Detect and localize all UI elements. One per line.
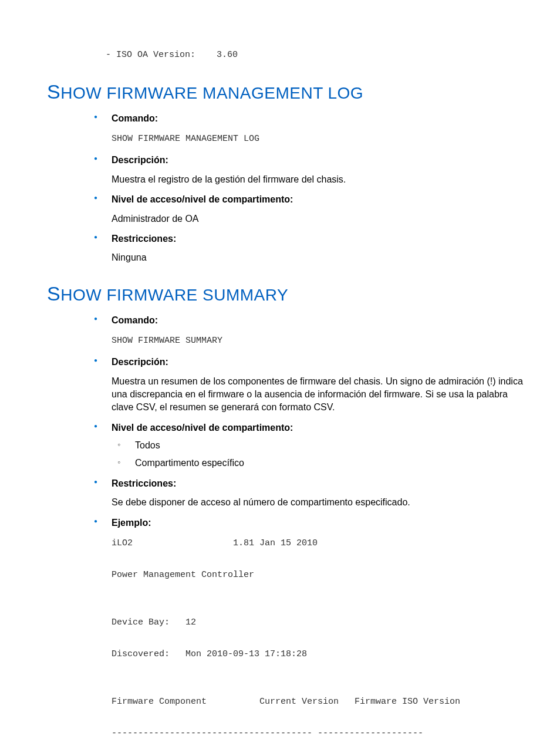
nivel-sub-compartimento: Compartimento específico — [112, 457, 525, 470]
section2-comando: Comando: SHOW FIRMWARE SUMMARY — [94, 314, 525, 349]
nivel-label: Nivel de acceso/nivel de compartimento: — [112, 423, 293, 433]
restricciones-value: Se debe disponer de acceso al número de … — [112, 496, 525, 509]
nivel-value: Administrador de OA — [112, 212, 525, 225]
section2-descripcion: Descripción: Muestra un resumen de los c… — [94, 356, 525, 414]
section1-comando: Comando: SHOW FIRMWARE MANAGEMENT LOG — [94, 112, 525, 147]
nivel-sublist: Todos Compartimento específico — [112, 439, 525, 470]
heading2-rest: HOW FIRMWARE SUMMARY — [60, 286, 288, 304]
nivel-label: Nivel de acceso/nivel de compartimento: — [112, 194, 293, 204]
page: - ISO OA Version: 3.60 SHOW FIRMWARE MAN… — [0, 0, 560, 746]
heading-show-firmware-summary: SHOW FIRMWARE SUMMARY — [47, 282, 525, 305]
ejemplo-block: iLO2 1.81 Jan 15 2010 Power Management C… — [112, 535, 525, 746]
heading1-first-letter: S — [47, 80, 60, 103]
section1-restricciones: Restricciones: Ninguna — [94, 232, 525, 265]
iso-oa-version-line: - ISO OA Version: 3.60 — [106, 47, 525, 63]
section2-nivel: Nivel de acceso/nivel de compartimento: … — [94, 421, 525, 470]
section2-ejemplo: Ejemplo: iLO2 1.81 Jan 15 2010 Power Man… — [94, 517, 525, 746]
comando-label: Comando: — [112, 315, 158, 325]
comando-value: SHOW FIRMWARE SUMMARY — [112, 333, 525, 349]
restricciones-label: Restricciones: — [112, 234, 176, 244]
section1-nivel: Nivel de acceso/nivel de compartimento: … — [94, 193, 525, 225]
nivel-sub-todos: Todos — [112, 439, 525, 452]
heading2-first-letter: S — [47, 282, 60, 305]
ejemplo-label: Ejemplo: — [112, 518, 151, 528]
section2-list: Comando: SHOW FIRMWARE SUMMARY Descripci… — [94, 314, 525, 746]
heading-show-firmware-management-log: SHOW FIRMWARE MANAGEMENT LOG — [47, 80, 525, 103]
descripcion-label: Descripción: — [112, 357, 168, 367]
descripcion-value: Muestra el registro de la gestión del fi… — [112, 173, 525, 186]
heading1-rest: HOW FIRMWARE MANAGEMENT LOG — [60, 84, 363, 102]
section2-restricciones: Restricciones: Se debe disponer de acces… — [94, 477, 525, 509]
comando-label: Comando: — [112, 113, 158, 123]
restricciones-value: Ninguna — [112, 251, 525, 264]
section1-descripcion: Descripción: Muestra el registro de la g… — [94, 154, 525, 186]
restricciones-label: Restricciones: — [112, 478, 176, 488]
comando-value: SHOW FIRMWARE MANAGEMENT LOG — [112, 131, 525, 147]
descripcion-label: Descripción: — [112, 155, 168, 165]
section1-list: Comando: SHOW FIRMWARE MANAGEMENT LOG De… — [94, 112, 525, 265]
descripcion-value: Muestra un resumen de los componentes de… — [112, 375, 525, 414]
